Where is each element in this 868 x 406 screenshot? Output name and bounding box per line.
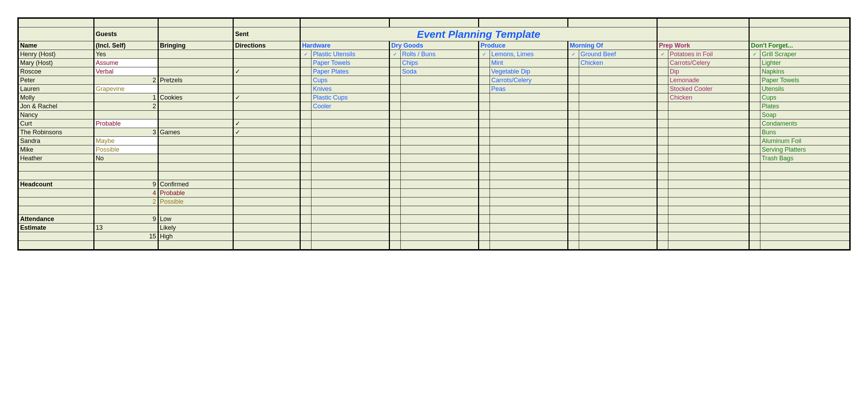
guest-directions[interactable] <box>233 145 300 154</box>
produce-item[interactable] <box>490 137 568 145</box>
produce-item[interactable] <box>490 102 568 111</box>
cell[interactable] <box>300 241 311 249</box>
cell[interactable] <box>401 215 479 223</box>
cell[interactable] <box>389 163 400 171</box>
cell[interactable] <box>401 189 479 197</box>
cell[interactable] <box>579 206 657 215</box>
cell[interactable] <box>579 223 657 232</box>
dontforget-check[interactable] <box>749 93 760 102</box>
drygoods-item[interactable]: Soda <box>401 67 479 76</box>
drygoods-item[interactable] <box>401 93 479 102</box>
produce-check[interactable] <box>478 111 490 119</box>
cell[interactable] <box>749 197 760 206</box>
dontforget-check[interactable] <box>749 145 760 154</box>
hardware-item[interactable] <box>311 119 390 128</box>
cell[interactable] <box>657 215 668 223</box>
guest-incl[interactable]: Yes <box>94 50 158 59</box>
drygoods-check[interactable] <box>389 93 400 102</box>
cell[interactable] <box>668 223 749 232</box>
morning-item[interactable] <box>579 76 657 85</box>
hardware-check[interactable] <box>300 93 311 102</box>
produce-item[interactable] <box>490 145 568 154</box>
cell[interactable] <box>657 171 668 180</box>
hardware-item[interactable] <box>311 137 390 145</box>
cell[interactable] <box>300 163 311 171</box>
cell[interactable] <box>401 241 479 249</box>
produce-item[interactable]: Mint <box>490 59 568 67</box>
prep-item[interactable] <box>668 145 749 154</box>
header-directions[interactable]: Directions <box>233 41 300 50</box>
cell[interactable] <box>233 180 300 189</box>
guest-name[interactable]: Mary (Host) <box>19 59 94 67</box>
guest-name[interactable]: Lauren <box>19 85 94 93</box>
morning-item[interactable] <box>579 145 657 154</box>
cell[interactable] <box>311 241 390 249</box>
morning-item[interactable] <box>579 128 657 137</box>
dontforget-item[interactable]: Serving Platters <box>760 145 849 154</box>
guest-incl[interactable]: Probable <box>94 119 158 128</box>
drygoods-check[interactable] <box>389 111 400 119</box>
cell[interactable] <box>19 189 94 197</box>
drygoods-check[interactable] <box>389 102 400 111</box>
drygoods-check[interactable] <box>389 154 400 163</box>
morning-item[interactable] <box>579 67 657 76</box>
cell[interactable] <box>490 241 568 249</box>
cell[interactable] <box>749 189 760 197</box>
guest-incl[interactable] <box>94 111 158 119</box>
cell[interactable] <box>568 163 579 171</box>
produce-check[interactable] <box>478 119 490 128</box>
morning-item[interactable] <box>579 102 657 111</box>
prep-check[interactable] <box>657 67 668 76</box>
guest-directions[interactable] <box>233 137 300 145</box>
cell[interactable] <box>760 171 849 180</box>
guest-incl[interactable]: Grapevine <box>94 85 158 93</box>
cell[interactable] <box>389 215 400 223</box>
cell[interactable] <box>311 189 390 197</box>
prep-item[interactable] <box>668 137 749 145</box>
produce-item[interactable] <box>490 111 568 119</box>
cell[interactable] <box>657 206 668 215</box>
cell[interactable] <box>19 27 94 41</box>
drygoods-item[interactable] <box>401 119 479 128</box>
morning-check[interactable] <box>568 67 579 76</box>
produce-check[interactable]: ✓ <box>478 50 490 59</box>
cell[interactable] <box>233 215 300 223</box>
cell[interactable] <box>389 197 400 206</box>
morning-item[interactable] <box>579 93 657 102</box>
cell[interactable] <box>233 241 300 249</box>
cell[interactable] <box>19 171 94 180</box>
cell[interactable] <box>657 163 668 171</box>
cell[interactable] <box>760 215 849 223</box>
prep-item[interactable]: Stocked Cooler <box>668 85 749 93</box>
prep-item[interactable] <box>668 102 749 111</box>
morning-check[interactable]: ✓ <box>568 50 579 59</box>
cell[interactable] <box>749 223 760 232</box>
cell[interactable] <box>300 223 311 232</box>
cell[interactable] <box>19 163 94 171</box>
cell[interactable] <box>668 241 749 249</box>
cell[interactable] <box>311 215 390 223</box>
header-prep[interactable]: Prep Work <box>657 41 749 50</box>
drygoods-check[interactable] <box>389 85 400 93</box>
guest-incl[interactable]: 2 <box>94 102 158 111</box>
cell[interactable] <box>478 232 490 241</box>
cell[interactable] <box>668 189 749 197</box>
cell[interactable] <box>579 197 657 206</box>
cell[interactable] <box>389 171 400 180</box>
prep-check[interactable]: ✓ <box>657 50 668 59</box>
cell[interactable]: 4 <box>94 189 158 197</box>
morning-check[interactable] <box>568 128 579 137</box>
cell[interactable] <box>490 189 568 197</box>
cell[interactable] <box>657 197 668 206</box>
dontforget-item[interactable]: Napkins <box>760 67 849 76</box>
hardware-check[interactable] <box>300 67 311 76</box>
prep-check[interactable] <box>657 119 668 128</box>
dontforget-check[interactable] <box>749 59 760 67</box>
prep-item[interactable]: Carrots/Celery <box>668 59 749 67</box>
cell[interactable] <box>579 232 657 241</box>
guest-directions[interactable] <box>233 76 300 85</box>
guest-directions[interactable] <box>233 85 300 93</box>
drygoods-item[interactable] <box>401 102 479 111</box>
cell[interactable] <box>389 19 478 27</box>
dontforget-item[interactable]: Soap <box>760 111 849 119</box>
